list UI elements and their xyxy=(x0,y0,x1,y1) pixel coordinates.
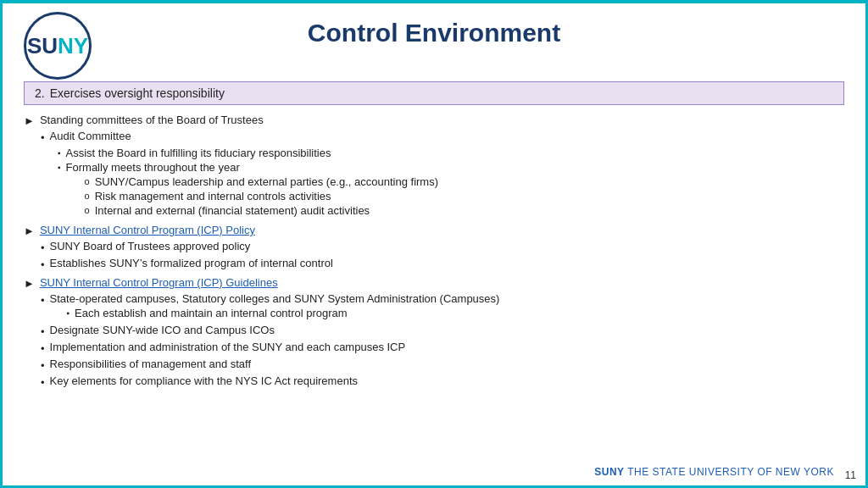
page-number: 11 xyxy=(845,469,856,481)
list-item: ► SUNY Internal Control Program (ICP) Gu… xyxy=(24,276,844,389)
bullet-icon: • xyxy=(41,325,45,338)
circle-icon: o xyxy=(85,176,90,186)
section-number: 2. xyxy=(35,86,45,100)
list-item: ► SUNY Internal Control Program (ICP) Po… xyxy=(24,224,844,271)
list-item: • State-operated campuses, Statutory col… xyxy=(41,292,844,321)
item-text: SUNY/Campus leadership and external part… xyxy=(95,175,438,188)
item-text: Risk management and internal controls ac… xyxy=(95,190,331,202)
bullet-icon: • xyxy=(41,131,45,144)
section-header: 2. Exercises oversight responsibility xyxy=(24,81,844,105)
list-item: • Responsibilities of management and sta… xyxy=(41,358,844,372)
footer-tagline: THE STATE UNIVERSITY OF NEW YORK xyxy=(627,466,834,478)
left-border xyxy=(0,0,3,488)
circle-icon: o xyxy=(85,205,90,215)
bullet-icon: • xyxy=(41,342,45,355)
item-text: Establishes SUNY’s formalized program of… xyxy=(50,257,333,269)
sub-sub-list: ▪ Assist the Board in fulfilling its fid… xyxy=(58,147,844,219)
sub-sub-list: ▪ Each establish and maintain an interna… xyxy=(67,307,500,319)
list-item: o Internal and external (financial state… xyxy=(85,204,438,217)
list-item: ▪ Formally meets throughout the year o S… xyxy=(58,161,844,219)
square-icon: ▪ xyxy=(67,308,70,318)
top-border xyxy=(0,0,868,3)
bullet-icon: • xyxy=(41,359,45,372)
arrow-icon: ► xyxy=(24,225,35,237)
square-icon: ▪ xyxy=(58,148,61,158)
list-item: • Key elements for compliance with the N… xyxy=(41,374,844,389)
circle-icon: o xyxy=(85,191,90,201)
list-item: o SUNY/Campus leadership and external pa… xyxy=(85,175,438,188)
footer: SUNY THE STATE UNIVERSITY OF NEW YORK xyxy=(594,466,834,478)
square-icon: ▪ xyxy=(58,163,61,172)
item-text: Each establish and maintain an internal … xyxy=(75,307,348,319)
section-label: Exercises oversight responsibility xyxy=(50,86,225,100)
item-text: Audit Committee xyxy=(50,130,131,142)
bullet-icon: • xyxy=(41,241,45,254)
item-text: Implementation and administration of the… xyxy=(50,341,406,353)
item-text: Responsibilities of management and staff xyxy=(50,358,252,370)
footer-suny: SUNY xyxy=(594,466,624,478)
list-item: o Risk management and internal controls … xyxy=(85,190,438,202)
list-item: • Designate SUNY-wide ICO and Campus ICO… xyxy=(41,324,844,338)
item-text: Internal and external (financial stateme… xyxy=(95,204,370,217)
arrow-icon: ► xyxy=(24,277,35,290)
item-text: Assist the Board in fulfilling its fiduc… xyxy=(66,147,331,159)
list-item: • Audit Committee xyxy=(41,130,844,144)
item-text: SUNY Board of Trustees approved policy xyxy=(50,240,251,252)
list-item: ► Standing committees of the Board of Tr… xyxy=(24,114,844,219)
bullet-icon: • xyxy=(41,294,45,307)
list-item: • Implementation and administration of t… xyxy=(41,341,844,355)
list-item: ▪ Each establish and maintain an interna… xyxy=(67,307,500,319)
arrow-icon: ► xyxy=(24,114,35,127)
sub-list: • SUNY Board of Trustees approved policy… xyxy=(41,240,844,271)
page-title: Control Environment xyxy=(0,19,868,47)
bullet-icon: • xyxy=(41,258,45,271)
list-item: • SUNY Board of Trustees approved policy xyxy=(41,240,844,254)
item-text: Standing committees of the Board of Trus… xyxy=(40,114,264,126)
icp-guidelines-link[interactable]: SUNY Internal Control Program (ICP) Guid… xyxy=(40,276,278,289)
bullet-icon: • xyxy=(41,376,45,389)
item-text: Formally meets throughout the year xyxy=(66,161,240,174)
sub-list: • Audit Committee ▪ Assist the Board in … xyxy=(41,130,844,219)
main-content: 2. Exercises oversight responsibility ► … xyxy=(24,81,844,451)
main-list: ► Standing committees of the Board of Tr… xyxy=(24,114,844,389)
icp-policy-link[interactable]: SUNY Internal Control Program (ICP) Poli… xyxy=(40,224,255,236)
circle-list: o SUNY/Campus leadership and external pa… xyxy=(85,175,438,217)
item-text: State-operated campuses, Statutory colle… xyxy=(50,292,500,305)
list-item: • Establishes SUNY’s formalized program … xyxy=(41,257,844,271)
sub-list: • State-operated campuses, Statutory col… xyxy=(41,292,844,389)
item-text: Designate SUNY-wide ICO and Campus ICOs xyxy=(50,324,275,336)
item-text: Key elements for compliance with the NYS… xyxy=(50,374,358,387)
list-item: ▪ Assist the Board in fulfilling its fid… xyxy=(58,147,844,159)
